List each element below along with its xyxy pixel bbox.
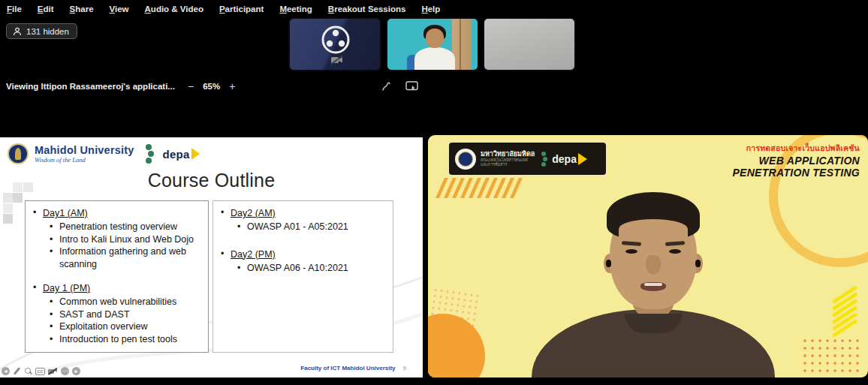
course-title-line2: PENETRATION TESTING [732,167,860,179]
camera-off-toolbar-icon [48,368,58,375]
presenter-toolbar: ◂ CC ⋯ ▸ [2,367,80,375]
dots-decoration-right [801,337,861,373]
zoom-in-button[interactable]: + [229,81,235,92]
outline-item: Penetration testing overview [50,221,202,233]
outline-item: Introduction to pen test tools [50,333,202,346]
hidden-participants-count: 131 hidden [26,27,69,36]
menu-file[interactable]: File [7,5,22,14]
outline-item: Information gathering and web scanning [50,245,202,270]
camera-off-icon [330,55,344,65]
presenter-eye [625,249,637,254]
menu-breakout-sessions[interactable]: Breakout Sessions [328,5,406,14]
menu-share[interactable]: Share [70,5,94,14]
presenter-nose [646,255,661,275]
menu-participant[interactable]: Participant [219,5,264,14]
menu-bar: File Edit Share View Audio & Video Parti… [0,0,868,18]
hidden-participants-badge[interactable]: 131 hidden [6,23,77,39]
outline-item: Intro to Kali Linux and Web Dojo [50,233,202,246]
more-options-icon: ⋯ [61,367,69,375]
section-heading: Day2 (PM) [221,249,387,260]
outline-box-day2: Day2 (AM) OWASP A01 - A05:2021 Day2 (PM)… [212,200,393,353]
section-day2-am: Day2 (AM) OWASP A01 - A05:2021 [221,208,387,233]
thumb-person-shirt [414,47,455,71]
thai-faculty-line2: และการสื่อสาร [481,162,535,167]
section-day1-pm: Day 1 (PM) Common web vulnerabilities SA… [33,283,202,345]
section-heading: Day2 (AM) [221,208,387,218]
outline-box-day1: Day1 (AM) Penetration testing overview I… [25,200,209,353]
video-thumbnail-blank[interactable] [483,17,576,71]
outline-item: OWASP A01 - A05:2021 [237,221,387,233]
earbud-icon [695,260,701,267]
faculty-footer-label: Faculty of ICT Mahidol University [300,365,395,371]
zoom-level: 65% [203,82,220,91]
section-day2-pm: Day2 (PM) OWASP A06 - A10:2021 [221,249,387,275]
person-icon [13,27,22,36]
presenter-eye [669,249,681,254]
menu-edit[interactable]: Edit [38,5,54,14]
ict-logo-icon [143,144,154,164]
closed-captions-icon: CC [35,368,45,375]
slide-page-number: 9 [403,365,406,371]
depa-wordmark: depa [552,153,577,165]
thai-course-title: การทดสอบเจาะเว็บแอปพลิเคชัน [732,142,860,155]
mahidol-seal-icon [455,149,476,170]
presenter-forehead [619,219,688,239]
depa-wordmark: depa [163,148,190,161]
ict-logo-icon [539,152,547,167]
outline-item: SAST and DAST [50,308,202,321]
zoom-out-button[interactable]: − [188,81,194,92]
outline-item: Common web vulnerabilities [50,296,202,308]
depa-arrow-icon [191,148,200,160]
thai-university-name: มหาวิทยาลัยมหิดล [481,151,535,158]
annotate-pen-icon[interactable] [381,80,393,92]
slide-footer: Faculty of ICT Mahidol University 9 [300,365,406,371]
section-day1-am: Day1 (AM) Penetration testing overview I… [33,208,202,270]
mahidol-motto: Wisdom of the Land [35,156,134,164]
presenter-webcam-video[interactable]: มหาวิทยาลัยมหิดล คณะเทคโนโลยีสารสนเทศ แล… [428,135,868,377]
outline-item: OWASP A06 - A10:2021 [237,262,387,275]
pen-tool-icon [13,367,21,375]
slide-logo-bar: Mahidol University Wisdom of the Land de… [8,143,200,164]
share-view-bar: Viewing Ittipon Rassameeroj's applicati.… [0,75,428,98]
meeting-window: File Edit Share View Audio & Video Parti… [0,0,868,385]
course-title-line1: WEB APPLICATION [732,155,860,167]
remote-display-icon[interactable] [405,81,418,92]
shared-screen-slide: Mahidol University Wisdom of the Land de… [0,137,423,377]
mahidol-seal-icon [8,143,29,164]
next-slide-icon: ▸ [72,367,80,375]
previous-slide-icon: ◂ [2,367,10,375]
diagonal-stripes-decoration [440,178,518,198]
menu-help[interactable]: Help [421,5,440,14]
presenter-teeth [644,283,662,286]
mahidol-university-label: Mahidol University [35,144,134,156]
slide-title: Course Outline [0,170,423,191]
menu-view[interactable]: View [110,5,129,14]
viewing-label: Viewing Ittipon Rassameeroj's applicati.… [6,82,188,91]
magnifier-icon [24,367,32,375]
depa-logo: depa [552,153,587,165]
webcam-logo-banner: มหาวิทยาลัยมหิดล คณะเทคโนโลยีสารสนเทศ แล… [449,143,606,175]
depa-arrow-icon [578,153,587,165]
video-thumbnail-participant[interactable] [386,17,479,71]
outline-item: Exploitation overview [50,320,202,333]
menu-audio-video[interactable]: Audio & Video [145,5,203,14]
section-heading: Day 1 (PM) [33,283,202,293]
yellow-stripes-decoration [830,293,860,333]
depa-logo: depa [163,148,200,161]
earbud-icon [606,260,611,267]
menu-meeting[interactable]: Meeting [279,5,312,14]
obs-logo-icon [321,25,351,55]
zoom-controls: − 65% + [188,81,235,92]
thumb-person-face [426,29,444,48]
webcam-slide-title: การทดสอบเจาะเว็บแอปพลิเคชัน WEB APPLICAT… [732,142,860,179]
video-thumbnail-obs[interactable] [288,17,381,71]
section-heading: Day1 (AM) [33,208,202,218]
